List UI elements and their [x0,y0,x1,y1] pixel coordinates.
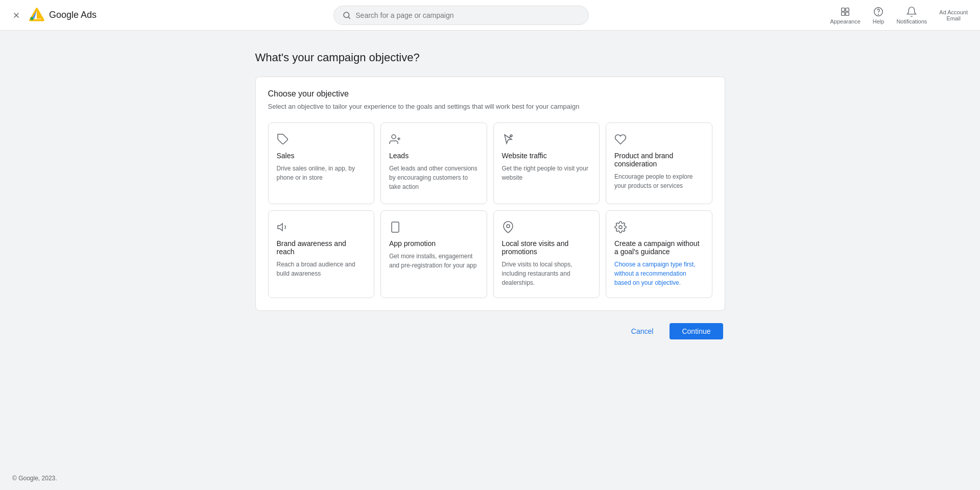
objective-name-app-promotion: App promotion [389,239,479,248]
objective-card-product-brand[interactable]: Product and brand considerationEncourage… [606,122,712,204]
bell-icon [906,6,917,17]
ad-account-label: Ad Account [939,9,968,15]
search-input[interactable] [355,11,580,19]
ad-account-email-label: Email [939,15,968,21]
objectives-grid: SalesDrive sales online, in app, by phon… [268,122,712,298]
close-button[interactable] [8,7,25,23]
objective-name-product-brand: Product and brand consideration [614,152,704,168]
header-left: Google Ads [8,7,97,23]
product-brand-icon [614,133,627,145]
svg-rect-9 [842,8,845,11]
svg-point-25 [619,226,622,229]
website-traffic-icon [502,133,514,145]
objective-name-no-goal: Create a campaign without a goal's guida… [614,239,704,256]
svg-rect-12 [846,12,849,15]
leads-icon [389,133,401,145]
search-bar-container [97,6,826,25]
objective-desc-leads: Get leads and other conversions by encou… [389,164,479,191]
heart-icon [614,133,627,145]
objective-name-local-store: Local store visits and promotions [502,239,591,256]
footer-actions: Cancel Continue [255,323,725,339]
objective-desc-sales: Drive sales online, in app, by phone or … [277,164,366,182]
objective-name-sales: Sales [277,152,366,160]
svg-marker-21 [278,224,282,231]
help-icon [873,6,884,17]
megaphone-icon [277,221,289,233]
svg-rect-11 [842,12,845,15]
help-label: Help [873,18,885,24]
svg-point-6 [30,17,33,20]
objective-card-local-store[interactable]: Local store visits and promotionsDrive v… [493,210,600,298]
main-content: What's your campaign objective? Choose y… [0,0,980,490]
continue-button[interactable]: Continue [670,323,723,339]
help-button[interactable]: Help [869,4,889,27]
appearance-icon [840,6,851,17]
objective-card-no-goal[interactable]: Create a campaign without a goal's guida… [606,210,712,298]
brand-awareness-icon [277,221,289,233]
app-promotion-icon [389,221,401,233]
cursor-icon [502,133,514,145]
card-title: Choose your objective [268,89,712,99]
no-goal-icon [614,221,627,233]
cancel-button[interactable]: Cancel [623,323,662,339]
card-subtitle: Select an objective to tailor your exper… [268,103,712,110]
svg-point-14 [878,14,879,14]
location-icon [502,221,514,233]
objective-name-leads: Leads [389,152,479,160]
svg-rect-10 [846,8,849,11]
objective-card-leads[interactable]: LeadsGet leads and other conversions by … [380,122,487,204]
person-add-icon [389,133,401,145]
search-bar[interactable] [333,6,589,25]
objective-desc-app-promotion: Get more installs, engagement and pre-re… [389,252,479,270]
header: Google Ads Appearance [0,0,980,31]
search-icon [342,11,351,20]
objective-name-website-traffic: Website traffic [502,152,591,160]
page-title: What's your campaign objective? [255,51,725,64]
local-store-icon [502,221,514,233]
page-container: What's your campaign objective? Choose y… [235,51,746,339]
objective-card-sales[interactable]: SalesDrive sales online, in app, by phon… [268,122,375,204]
svg-point-24 [507,225,510,228]
objective-desc-product-brand: Encourage people to explore your product… [614,172,704,190]
svg-line-8 [349,17,350,18]
objective-name-brand-awareness: Brand awareness and reach [277,239,366,256]
appearance-button[interactable]: Appearance [826,4,864,27]
svg-point-16 [392,135,396,139]
objective-card-app-promotion[interactable]: App promotionGet more installs, engageme… [380,210,487,298]
phone-icon [389,221,401,233]
objective-card-brand-awareness[interactable]: Brand awareness and reachReach a broad a… [268,210,375,298]
objective-desc-no-goal: Choose a campaign type first, without a … [614,260,704,287]
appearance-label: Appearance [830,18,860,24]
objective-desc-local-store: Drive visits to local shops, including r… [502,260,591,287]
gear-icon [614,221,627,233]
tag-icon [277,133,289,145]
notifications-label: Notifications [896,18,927,24]
logo[interactable]: Google Ads [29,7,97,23]
app-title: Google Ads [49,10,97,20]
svg-point-7 [344,12,349,18]
notifications-button[interactable]: Notifications [892,4,931,27]
objective-desc-website-traffic: Get the right people to visit your websi… [502,164,591,182]
svg-rect-22 [392,222,399,232]
sales-icon [277,133,289,145]
objectives-card: Choose your objective Select an objectiv… [255,77,725,311]
header-right: Appearance Help Notifications Ad Account… [826,4,972,27]
copyright: © Google, 2023. [12,475,57,482]
objective-card-website-traffic[interactable]: Website trafficGet the right people to v… [493,122,600,204]
ad-account-button[interactable]: Ad Account Email [935,7,972,23]
objective-desc-brand-awareness: Reach a broad audience and build awarene… [277,260,366,278]
